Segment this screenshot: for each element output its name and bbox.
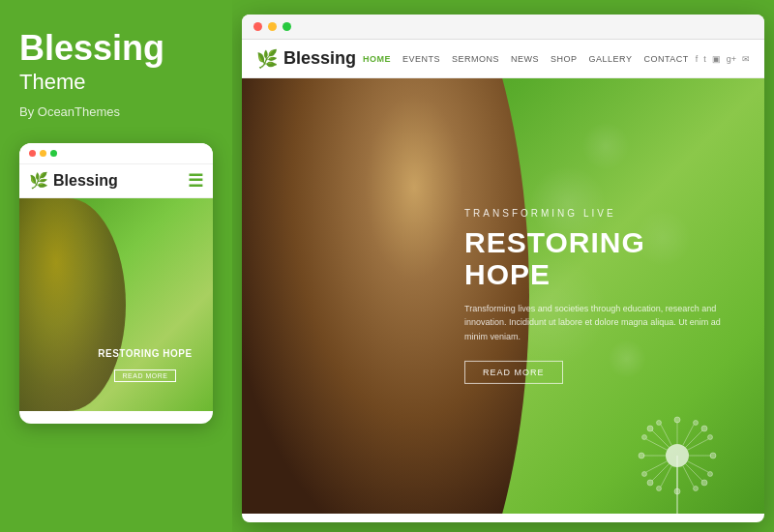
mobile-hero-text: RESTORING HOPE READ MORE [87,348,203,382]
svg-point-29 [694,487,699,491]
hero-description: Transforming lives and societies through… [464,302,735,343]
svg-point-17 [647,480,653,486]
hero-main-title: RESTORING HOPE [464,226,735,290]
svg-point-25 [708,435,713,440]
svg-line-22 [683,425,694,445]
svg-line-16 [652,464,670,482]
svg-point-1 [666,444,689,467]
svg-point-33 [642,472,647,477]
nav-news[interactable]: NEWS [511,54,539,64]
svg-line-26 [688,461,708,472]
twitter-icon[interactable]: t [703,54,706,64]
desktop-hero-content: TRANSFORMING LIVE RESTORING HOPE Transfo… [464,208,735,384]
mobile-read-more-button[interactable]: READ MORE [114,369,177,382]
left-panel: Blessing Theme By OceanThemes 🌿 Blessing… [0,0,232,532]
desktop-mockup: 🌿 Blessing HOME EVENTS SERMONS NEWS SHOP… [242,15,764,522]
mobile-dot-red [29,150,36,157]
mobile-hero: RESTORING HOPE READ MORE [19,198,213,411]
desktop-dot-green [283,22,291,31]
dandelion-illustration [600,378,755,514]
googleplus-icon[interactable]: g+ [727,54,736,64]
svg-line-30 [661,466,671,487]
mobile-window-dots [29,150,57,157]
desktop-read-more-button[interactable]: READ MORE [464,361,563,384]
svg-point-13 [701,480,707,486]
mobile-leaf-icon: 🌿 [29,171,48,190]
desktop-logo: 🌿 Blessing [256,48,356,70]
desktop-hero: TRANSFORMING LIVE RESTORING HOPE Transfo… [242,78,764,514]
theme-subtitle: Theme [19,70,213,95]
svg-point-11 [647,426,653,431]
mobile-nav: 🌿 Blessing ☰ [19,164,213,198]
mobile-logo-text: Blessing [53,172,118,190]
mobile-dot-green [50,150,57,157]
desktop-dot-yellow [268,22,277,31]
mobile-titlebar [19,143,213,164]
mobile-hamburger-icon[interactable]: ☰ [188,170,203,192]
svg-point-9 [710,453,716,458]
desktop-leaf-icon: 🌿 [256,48,278,70]
svg-point-15 [701,426,707,431]
desktop-dot-red [253,22,262,31]
desktop-social-links: f t ▣ g+ ✉ [696,54,750,64]
svg-point-21 [657,421,662,426]
theme-author: By OceanThemes [19,104,213,119]
desktop-logo-text: Blessing [283,48,356,69]
svg-line-24 [688,439,708,450]
svg-line-12 [686,464,703,482]
nav-contact[interactable]: CONTACT [643,54,688,64]
facebook-icon[interactable]: f [696,54,699,64]
nav-events[interactable]: EVENTS [402,54,440,64]
svg-point-19 [642,435,647,440]
mobile-hero-title: RESTORING HOPE [87,348,203,359]
mobile-mockup: 🌿 Blessing ☰ RESTORING HOPE READ MORE [19,143,213,424]
desktop-nav-links: HOME EVENTS SERMONS NEWS SHOP GALLERY CO… [363,54,689,64]
svg-point-3 [674,417,680,423]
nav-shop[interactable]: SHOP [551,54,578,64]
svg-point-27 [708,472,713,477]
nav-gallery[interactable]: GALLERY [589,54,633,64]
svg-line-20 [661,425,671,445]
theme-title: Blessing [19,29,213,68]
email-icon[interactable]: ✉ [742,54,750,64]
svg-line-28 [683,466,694,487]
svg-line-32 [646,461,667,472]
desktop-nav: 🌿 Blessing HOME EVENTS SERMONS NEWS SHOP… [242,40,764,78]
svg-line-18 [646,439,667,450]
rss-icon[interactable]: ▣ [712,54,721,64]
svg-line-14 [686,430,703,448]
svg-point-31 [657,487,662,491]
mobile-dot-yellow [40,150,46,157]
mobile-logo: 🌿 Blessing [29,171,118,190]
svg-point-5 [674,488,680,494]
svg-point-23 [694,421,699,426]
bokeh-2 [581,122,630,170]
svg-point-7 [639,453,644,458]
desktop-titlebar [242,15,764,40]
nav-home[interactable]: HOME [363,54,391,64]
hero-pre-title: TRANSFORMING LIVE [464,208,735,219]
nav-sermons[interactable]: SERMONS [452,54,499,64]
svg-line-10 [652,430,670,448]
